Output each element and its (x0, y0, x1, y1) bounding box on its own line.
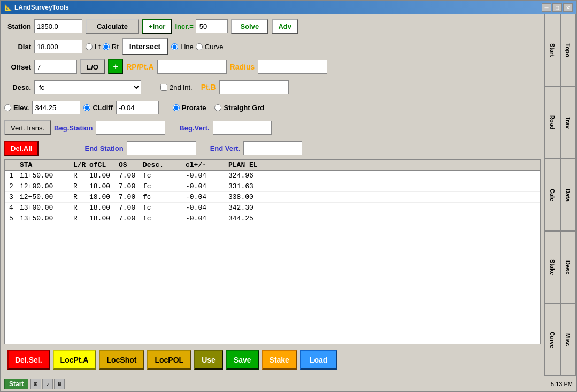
rp-label: RP/Pt.A (126, 63, 153, 71)
title-bar: 📐 LAndSurveyTools (4, 4, 69, 11)
pt-b-label: Pt.B (201, 83, 216, 91)
end-vert-input[interactable] (243, 141, 302, 155)
plus-button[interactable]: + (108, 59, 123, 74)
cldiff-radio[interactable] (83, 104, 90, 111)
sidebar-road[interactable]: Road (544, 86, 560, 158)
desc-select[interactable]: fc ep bc ec cl tc (34, 80, 141, 94)
sidebar-stake[interactable]: Stake (544, 231, 560, 303)
intersect-button[interactable]: Intersect (122, 38, 168, 55)
second-int-label: 2nd int. (170, 83, 193, 91)
row-num: 3 (9, 193, 20, 201)
elev-label: Elev. (13, 104, 29, 112)
adv-button[interactable]: Adv (272, 19, 298, 34)
vert-trans-button[interactable]: Vert.Trans. (4, 120, 51, 135)
maximize-button[interactable]: □ (552, 3, 562, 12)
vert-trans-row: Vert.Trans. Beg.Station Beg.Vert. (4, 119, 541, 137)
row-clpm: -0.04 (186, 193, 228, 201)
table-header: STA L/R ofCL OS Desc. cl+/- PLAN EL (5, 160, 540, 171)
cldiff-input[interactable] (116, 101, 159, 114)
line-radio[interactable] (171, 43, 178, 50)
lo-button[interactable]: L/O (80, 59, 105, 74)
elev-row: Elev. CLdiff Prorate Straight Grd (4, 98, 541, 117)
table-row[interactable]: 5 13+50.00 R 18.00 7.00 fc -0.04 344.25 (5, 213, 540, 224)
stake-button[interactable]: Stake (262, 350, 297, 370)
row-sta: 13+00.00 (20, 204, 73, 212)
line-label: Line (180, 43, 194, 51)
offset-input[interactable] (34, 60, 77, 74)
sidebar-desc[interactable]: Desc (560, 231, 576, 303)
radius-input[interactable] (258, 60, 327, 74)
row-os: 7.00 (119, 193, 143, 201)
row-plamel: 324.96 (228, 172, 271, 180)
sidebar-topo[interactable]: Topo (560, 14, 576, 86)
beg-vert-input[interactable] (213, 121, 272, 135)
close-button[interactable]: ✕ (563, 3, 573, 12)
load-button[interactable]: Load (300, 350, 337, 370)
second-int-checkbox[interactable] (160, 84, 167, 91)
row-clpm: -0.04 (186, 172, 228, 180)
sidebar-calc[interactable]: Calc (544, 159, 560, 231)
col-header-sta: STA (20, 161, 73, 169)
rp-input[interactable] (157, 60, 227, 74)
row-os: 7.00 (119, 204, 143, 212)
row-os: 7.00 (119, 182, 143, 190)
row-plamel: 338.00 (228, 193, 271, 201)
sidebar-data[interactable]: Data (560, 159, 576, 231)
row-desc: fc (143, 182, 186, 190)
curve-radio[interactable] (196, 43, 203, 50)
del-sel-button[interactable]: Del.Sel. (7, 350, 50, 370)
del-all-row: Del.All End Station End Vert. (4, 139, 541, 157)
taskbar-icons: ⊞ ♪ 🖥 (30, 379, 65, 389)
row-ofcl: 18.00 (89, 193, 119, 201)
pt-b-input[interactable] (219, 80, 289, 94)
row-sta: 11+50.00 (20, 172, 73, 180)
table-row[interactable]: 3 12+50.00 R 18.00 7.00 fc -0.04 338.00 (5, 192, 540, 203)
app-icon: 📐 (4, 4, 12, 11)
dist-input[interactable] (34, 40, 82, 53)
desc-row: Desc. fc ep bc ec cl tc 2nd int. Pt.B (4, 78, 541, 96)
straight-grd-radio[interactable] (214, 104, 221, 111)
sidebar-misc[interactable]: Misc (560, 304, 576, 376)
row-ofcl: 18.00 (89, 182, 119, 190)
incr-value-input[interactable] (196, 19, 228, 33)
end-station-input[interactable] (127, 141, 196, 155)
rt-label: Rt (112, 43, 119, 51)
solve-button[interactable]: Solve (231, 19, 268, 34)
station-input[interactable] (34, 19, 82, 33)
col-header-clpm: cl+/- (186, 161, 228, 169)
sidebar-start[interactable]: Start (544, 14, 560, 86)
del-all-button[interactable]: Del.All (4, 141, 39, 156)
prorate-radio[interactable] (173, 104, 180, 111)
row-plamel: 344.25 (228, 214, 271, 222)
sidebar-curve[interactable]: Curve (544, 304, 560, 376)
row-ofcl: 18.00 (89, 214, 119, 222)
elev-radio[interactable] (4, 104, 11, 111)
table-row[interactable]: 2 12+00.00 R 18.00 7.00 fc -0.04 331.63 (5, 181, 540, 192)
col-header-lr: L/R (73, 161, 89, 169)
loc-shot-button[interactable]: LocShot (99, 350, 144, 370)
elev-input[interactable] (32, 101, 80, 114)
beg-station-input[interactable] (96, 121, 165, 135)
table-row[interactable]: 1 11+50.00 R 18.00 7.00 fc -0.04 324.96 (5, 171, 540, 181)
row-plamel: 342.30 (228, 204, 271, 212)
taskbar-start-button[interactable]: Start (4, 379, 28, 389)
save-button[interactable]: Save (226, 350, 259, 370)
minimize-button[interactable]: ─ (542, 3, 551, 12)
use-button[interactable]: Use (194, 350, 223, 370)
row-ofcl: 18.00 (89, 172, 119, 180)
station-label: Station (4, 22, 31, 30)
row-plamel: 331.63 (228, 182, 271, 190)
col-header-os: OS (119, 161, 143, 169)
loc-pol-button[interactable]: LocPOL (147, 350, 191, 370)
row-lr: R (73, 182, 89, 190)
straight-grd-label: Straight Grd (224, 104, 264, 112)
row-clpm: -0.04 (186, 214, 228, 222)
table-body: 1 11+50.00 R 18.00 7.00 fc -0.04 324.96 … (5, 171, 540, 224)
sidebar-trav[interactable]: Trav (560, 86, 576, 158)
calculate-button[interactable]: Calculate (86, 19, 139, 34)
rt-radio[interactable] (103, 43, 110, 50)
incr-button[interactable]: +Incr (142, 19, 172, 34)
table-row[interactable]: 4 13+00.00 R 18.00 7.00 fc -0.04 342.30 (5, 203, 540, 213)
lt-radio[interactable] (86, 43, 93, 50)
loc-pt-a-button[interactable]: LocPt.A (53, 350, 96, 370)
